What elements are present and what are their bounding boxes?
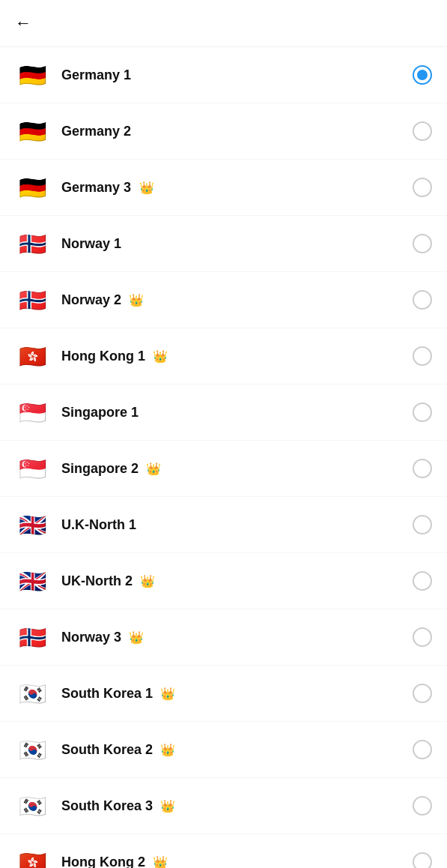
list-item[interactable]: 🇸🇬Singapore 1	[0, 385, 447, 441]
server-name: U.K-North 1	[61, 517, 413, 533]
flag-icon: 🇩🇪	[15, 170, 49, 205]
radio-button[interactable]	[413, 290, 432, 310]
list-item[interactable]: 🇰🇷South Korea 1 👑	[0, 666, 447, 722]
crown-icon: 👑	[150, 856, 168, 869]
radio-button[interactable]	[413, 459, 432, 478]
list-item[interactable]: 🇸🇬Singapore 2 👑	[0, 441, 447, 497]
server-name: Norway 2 👑	[61, 292, 413, 308]
server-list: 🇩🇪Germany 1🇩🇪Germany 2🇩🇪Germany 3 👑🇳🇴Nor…	[0, 47, 447, 868]
list-item[interactable]: 🇩🇪Germany 2	[0, 103, 447, 160]
list-item[interactable]: 🇬🇧UK-North 2 👑	[0, 553, 447, 609]
list-item[interactable]: 🇬🇧U.K-North 1	[0, 497, 447, 553]
list-item[interactable]: 🇭🇰Hong Kong 2 👑	[0, 834, 447, 868]
crown-icon: 👑	[150, 350, 168, 363]
crown-icon: 👑	[157, 744, 175, 756]
server-name: Germany 3 👑	[61, 180, 413, 196]
radio-button[interactable]	[413, 515, 432, 534]
server-name: South Korea 3 👑	[61, 798, 413, 814]
back-button[interactable]: ←	[15, 12, 37, 34]
crown-icon: 👑	[126, 631, 144, 644]
flag-icon: 🇬🇧	[15, 564, 49, 598]
crown-icon: 👑	[126, 294, 144, 307]
radio-button[interactable]	[413, 740, 432, 759]
server-name: Singapore 2 👑	[61, 461, 413, 477]
radio-button[interactable]	[413, 796, 432, 816]
server-name: Germany 2	[61, 124, 413, 139]
list-item[interactable]: 🇳🇴Norway 2 👑	[0, 272, 447, 328]
list-item[interactable]: 🇰🇷South Korea 3 👑	[0, 778, 447, 834]
list-item[interactable]: 🇩🇪Germany 1	[0, 47, 447, 103]
server-name: Hong Kong 1 👑	[61, 349, 413, 364]
list-item[interactable]: 🇭🇰Hong Kong 1 👑	[0, 328, 447, 385]
flag-icon: 🇭🇰	[15, 845, 49, 868]
radio-button[interactable]	[413, 403, 432, 422]
server-name: Norway 1	[61, 236, 413, 252]
radio-button[interactable]	[413, 571, 432, 591]
radio-button[interactable]	[413, 684, 432, 703]
server-name: Singapore 1	[61, 405, 413, 421]
server-name: Norway 3 👑	[61, 630, 413, 645]
flag-icon: 🇸🇬	[15, 395, 49, 430]
flag-icon: 🇰🇷	[15, 732, 49, 767]
crown-icon: 👑	[157, 687, 175, 700]
flag-icon: 🇸🇬	[15, 451, 49, 486]
server-name: Germany 1	[61, 67, 413, 83]
flag-icon: 🇬🇧	[15, 507, 49, 542]
flag-icon: 🇰🇷	[15, 676, 49, 711]
header: ←	[0, 0, 447, 47]
server-name: South Korea 1 👑	[61, 686, 413, 702]
flag-icon: 🇳🇴	[15, 226, 49, 261]
crown-icon: 👑	[157, 800, 175, 813]
crown-icon: 👑	[137, 575, 155, 588]
radio-button[interactable]	[413, 178, 432, 197]
server-name: Hong Kong 2 👑	[61, 855, 413, 869]
list-item[interactable]: 🇳🇴Norway 3 👑	[0, 609, 447, 666]
crown-icon: 👑	[136, 181, 153, 194]
flag-icon: 🇳🇴	[15, 620, 49, 654]
flag-icon: 🇩🇪	[15, 58, 49, 92]
flag-icon: 🇳🇴	[15, 283, 49, 317]
server-name: UK-North 2 👑	[61, 573, 413, 589]
radio-button[interactable]	[413, 65, 432, 85]
flag-icon: 🇭🇰	[15, 339, 49, 373]
list-item[interactable]: 🇩🇪Germany 3 👑	[0, 160, 447, 216]
radio-button[interactable]	[413, 627, 432, 647]
radio-button[interactable]	[413, 121, 432, 141]
radio-button[interactable]	[413, 346, 432, 366]
list-item[interactable]: 🇳🇴Norway 1	[0, 216, 447, 272]
flag-icon: 🇰🇷	[15, 789, 49, 823]
server-name: South Korea 2 👑	[61, 742, 413, 758]
radio-button[interactable]	[413, 852, 432, 868]
list-item[interactable]: 🇰🇷South Korea 2 👑	[0, 722, 447, 778]
flag-icon: 🇩🇪	[15, 114, 49, 148]
radio-button[interactable]	[413, 234, 432, 253]
crown-icon: 👑	[143, 462, 161, 475]
